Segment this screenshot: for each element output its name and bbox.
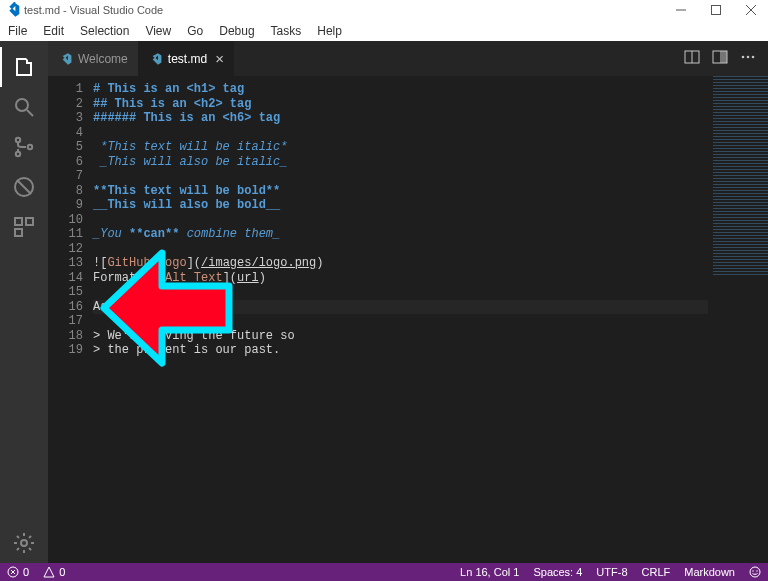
svg-rect-7 xyxy=(26,218,33,225)
status-warnings-count: 0 xyxy=(59,566,65,578)
svg-rect-0 xyxy=(711,6,720,15)
line-number: 1 xyxy=(48,82,83,97)
code-line[interactable] xyxy=(93,242,768,257)
svg-point-3 xyxy=(16,152,20,156)
status-eol[interactable]: CRLF xyxy=(635,563,678,581)
more-actions-icon[interactable] xyxy=(740,49,756,69)
line-number: 16 xyxy=(48,300,83,315)
svg-point-15 xyxy=(752,55,755,58)
svg-point-18 xyxy=(752,570,753,571)
code-line[interactable]: ###### This is an <h6> tag xyxy=(93,111,768,126)
status-errors-count: 0 xyxy=(23,566,29,578)
line-number: 6 xyxy=(48,155,83,170)
menu-selection[interactable]: Selection xyxy=(72,20,137,41)
vscode-file-icon xyxy=(148,52,162,66)
line-number: 11 xyxy=(48,227,83,242)
code-editor[interactable]: 12345678910111213141516171819 # This is … xyxy=(48,76,768,563)
activity-search[interactable] xyxy=(0,87,48,127)
activity-source-control[interactable] xyxy=(0,127,48,167)
menu-tasks[interactable]: Tasks xyxy=(263,20,310,41)
activity-settings[interactable] xyxy=(0,523,48,563)
line-number: 19 xyxy=(48,343,83,358)
line-number: 4 xyxy=(48,126,83,141)
tab-label: Welcome xyxy=(78,52,128,66)
status-cursor[interactable]: Ln 16, Col 1 xyxy=(453,563,526,581)
line-number: 18 xyxy=(48,329,83,344)
line-number: 17 xyxy=(48,314,83,329)
code-line[interactable] xyxy=(93,314,768,329)
code-line[interactable] xyxy=(93,169,768,184)
svg-point-13 xyxy=(742,55,745,58)
activity-explorer[interactable] xyxy=(0,47,48,87)
tab-bar: Welcometest.md× xyxy=(48,41,768,76)
status-encoding[interactable]: UTF-8 xyxy=(589,563,634,581)
menu-file[interactable]: File xyxy=(0,20,35,41)
status-language[interactable]: Markdown xyxy=(677,563,742,581)
window-title: test.md - Visual Studio Code xyxy=(24,4,163,16)
activity-bar xyxy=(0,41,48,563)
line-number: 7 xyxy=(48,169,83,184)
status-bar: 0 0 Ln 16, Col 1 Spaces: 4 UTF-8 CRLF Ma… xyxy=(0,563,768,581)
code-line[interactable]: As Kanye West said: xyxy=(93,300,708,315)
code-line[interactable]: _This will also be italic_ xyxy=(93,155,768,170)
line-number: 3 xyxy=(48,111,83,126)
code-content[interactable]: # This is an <h1> tag## This is an <h2> … xyxy=(93,76,768,563)
line-number: 14 xyxy=(48,271,83,286)
window-close-button[interactable] xyxy=(733,0,768,20)
code-line[interactable]: _You **can** combine them_ xyxy=(93,227,768,242)
menu-debug[interactable]: Debug xyxy=(211,20,262,41)
status-feedback[interactable] xyxy=(742,563,768,581)
split-editor-icon[interactable] xyxy=(712,49,728,69)
code-line[interactable] xyxy=(93,213,768,228)
tab-test-md[interactable]: test.md× xyxy=(138,41,234,76)
open-preview-side-icon[interactable] xyxy=(684,49,700,69)
menu-bar: FileEditSelectionViewGoDebugTasksHelp xyxy=(0,20,768,41)
line-number: 2 xyxy=(48,97,83,112)
line-number: 13 xyxy=(48,256,83,271)
svg-rect-6 xyxy=(15,218,22,225)
window-minimize-button[interactable] xyxy=(663,0,698,20)
code-line[interactable]: *This text will be italic* xyxy=(93,140,768,155)
code-line[interactable]: > We're living the future so xyxy=(93,329,768,344)
status-indentation[interactable]: Spaces: 4 xyxy=(526,563,589,581)
code-line[interactable] xyxy=(93,285,768,300)
code-line[interactable]: **This text will be bold** xyxy=(93,184,768,199)
svg-point-17 xyxy=(750,567,760,577)
vscode-icon xyxy=(4,2,20,18)
menu-view[interactable]: View xyxy=(137,20,179,41)
menu-help[interactable]: Help xyxy=(309,20,350,41)
code-line[interactable]: ## This is an <h2> tag xyxy=(93,97,768,112)
svg-point-9 xyxy=(21,540,27,546)
svg-point-19 xyxy=(756,570,757,571)
svg-point-2 xyxy=(16,138,20,142)
menu-go[interactable]: Go xyxy=(179,20,211,41)
svg-rect-12 xyxy=(720,51,727,63)
line-number: 15 xyxy=(48,285,83,300)
status-warnings[interactable]: 0 xyxy=(36,563,72,581)
code-line[interactable]: Format: ![Alt Text](url) xyxy=(93,271,768,286)
svg-point-4 xyxy=(28,145,32,149)
window-maximize-button[interactable] xyxy=(698,0,733,20)
line-number: 8 xyxy=(48,184,83,199)
code-line[interactable]: __This will also be bold__ xyxy=(93,198,768,213)
menu-edit[interactable]: Edit xyxy=(35,20,72,41)
line-number: 10 xyxy=(48,213,83,228)
code-line[interactable]: ![GitHub Logo](/images/logo.png) xyxy=(93,256,768,271)
tab-welcome[interactable]: Welcome xyxy=(48,41,138,76)
activity-extensions[interactable] xyxy=(0,207,48,247)
tab-close-icon[interactable]: × xyxy=(215,50,224,67)
line-number: 12 xyxy=(48,242,83,257)
tab-label: test.md xyxy=(168,52,207,66)
line-number-gutter: 12345678910111213141516171819 xyxy=(48,76,93,563)
status-errors[interactable]: 0 xyxy=(0,563,36,581)
svg-point-1 xyxy=(16,99,28,111)
code-line[interactable]: # This is an <h1> tag xyxy=(93,82,768,97)
editor-group: Welcometest.md× 123456789101112131415161… xyxy=(48,41,768,563)
code-line[interactable]: > the present is our past. xyxy=(93,343,768,358)
code-line[interactable] xyxy=(93,126,768,141)
line-number: 9 xyxy=(48,198,83,213)
activity-debug[interactable] xyxy=(0,167,48,207)
line-number: 5 xyxy=(48,140,83,155)
svg-rect-8 xyxy=(15,229,22,236)
svg-point-14 xyxy=(747,55,750,58)
